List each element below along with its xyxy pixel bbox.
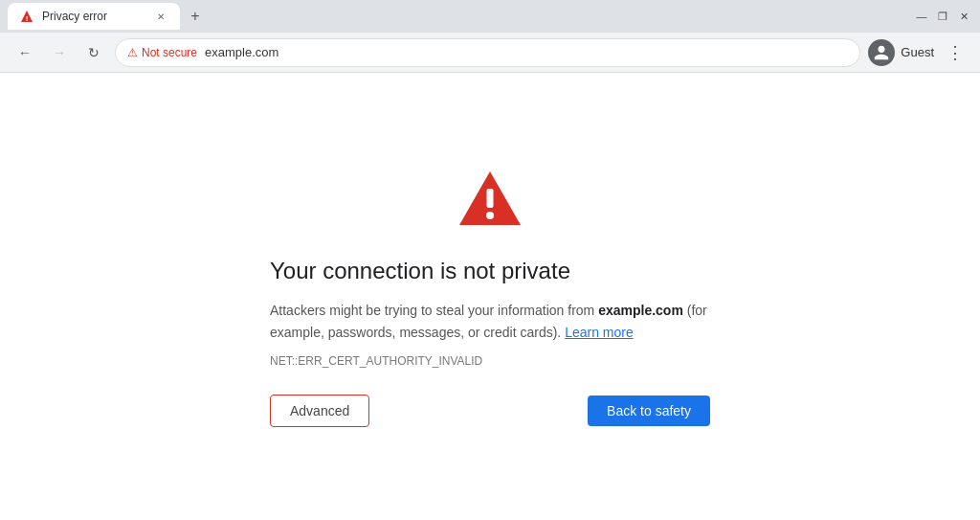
reload-button[interactable]: ↻ bbox=[80, 39, 107, 66]
error-desc-text: Attackers might be trying to steal your … bbox=[270, 303, 598, 318]
tab-close-button[interactable]: ✕ bbox=[153, 9, 168, 24]
tab-favicon-icon: ! bbox=[19, 9, 34, 24]
browser-menu-button[interactable]: ⋮ bbox=[942, 39, 969, 66]
nav-bar: ← → ↻ ⚠ Not secure example.com Guest ⋮ bbox=[0, 33, 980, 73]
error-code: NET::ERR_CERT_AUTHORITY_INVALID bbox=[270, 354, 482, 368]
error-container: Your connection is not private Attackers… bbox=[251, 147, 729, 446]
title-bar-left: ! Privacy error ✕ + bbox=[8, 3, 207, 30]
error-description: Attackers might be trying to steal your … bbox=[270, 300, 710, 343]
tab-title: Privacy error bbox=[42, 10, 107, 23]
window-controls: — ❐ ✕ bbox=[913, 8, 972, 25]
profile-icon bbox=[868, 39, 895, 66]
advanced-button[interactable]: Advanced bbox=[270, 395, 369, 427]
minimize-button[interactable]: — bbox=[913, 8, 930, 25]
new-tab-button[interactable]: + bbox=[184, 5, 207, 28]
svg-text:!: ! bbox=[26, 14, 29, 23]
svg-rect-3 bbox=[487, 189, 494, 208]
warning-icon: ⚠ bbox=[127, 46, 138, 59]
url-display: example.com bbox=[205, 45, 278, 59]
error-site-name: example.com bbox=[598, 303, 683, 318]
error-title: Your connection is not private bbox=[270, 258, 570, 284]
profile-button[interactable]: Guest bbox=[868, 39, 934, 66]
profile-label: Guest bbox=[901, 45, 934, 59]
restore-button[interactable]: ❐ bbox=[934, 8, 951, 25]
close-button[interactable]: ✕ bbox=[955, 8, 972, 25]
learn-more-link[interactable]: Learn more bbox=[565, 325, 634, 340]
svg-point-4 bbox=[486, 212, 494, 219]
back-to-safety-button[interactable]: Back to safety bbox=[588, 396, 710, 426]
address-bar[interactable]: ⚠ Not secure example.com bbox=[115, 38, 860, 67]
forward-button: → bbox=[46, 39, 73, 66]
browser-content: Your connection is not private Attackers… bbox=[0, 73, 980, 520]
title-bar: ! Privacy error ✕ + — ❐ ✕ bbox=[0, 0, 980, 33]
not-secure-label: Not secure bbox=[142, 46, 197, 59]
privacy-error-icon bbox=[456, 166, 524, 235]
button-row: Advanced Back to safety bbox=[270, 395, 710, 427]
browser-tab[interactable]: ! Privacy error ✕ bbox=[8, 3, 180, 30]
back-button[interactable]: ← bbox=[11, 39, 38, 66]
not-secure-indicator: ⚠ Not secure bbox=[127, 46, 197, 59]
